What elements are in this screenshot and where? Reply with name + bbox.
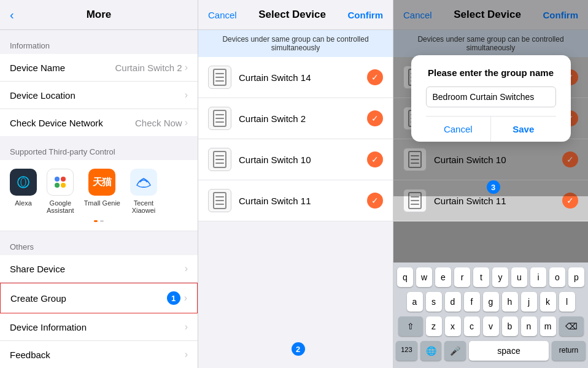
check-4: ✓ — [367, 193, 383, 209]
device-info-item[interactable]: Device Information › — [0, 313, 198, 341]
device-name-item[interactable]: Device Name Curtain Switch 2 › — [0, 54, 198, 82]
key-l[interactable]: l — [559, 292, 575, 312]
key-y[interactable]: y — [492, 267, 508, 287]
key-d[interactable]: d — [445, 292, 461, 312]
device-item-1[interactable]: Curtain Switch 14 ✓ — [198, 57, 393, 98]
section-info-label: Information — [0, 30, 198, 54]
alexa-item[interactable]: Alexa — [10, 169, 37, 214]
svg-point-3 — [61, 177, 66, 182]
feedback-item[interactable]: Feedback › — [0, 341, 198, 368]
key-return[interactable]: return — [552, 341, 586, 361]
check-network-value: Check Now › — [135, 117, 188, 128]
chevron-icon: › — [185, 62, 188, 73]
key-delete[interactable]: ⌫ — [559, 316, 584, 336]
back-icon[interactable]: ‹ — [10, 8, 14, 22]
google-assistant-item[interactable]: Google Assistant — [47, 169, 74, 214]
select-cancel-btn[interactable]: Cancel — [208, 10, 237, 20]
device-location-label: Device Location — [10, 90, 75, 101]
key-e[interactable]: e — [435, 267, 451, 287]
key-row-3: ⇧ z x c v b n m ⌫ — [396, 316, 586, 336]
device-location-item[interactable]: Device Location › — [0, 82, 198, 109]
check-network-label: Check Device Network — [10, 118, 103, 128]
panel-settings: ‹ More Information Device Name Curtain S… — [0, 0, 198, 368]
key-space[interactable]: space — [469, 341, 549, 361]
panel-select: Cancel Select Device Confirm Devices und… — [198, 0, 393, 368]
check-1: ✓ — [367, 69, 383, 85]
info-banner: Devices under same group can be controll… — [198, 30, 393, 57]
key-globe[interactable]: 🌐 — [420, 341, 442, 361]
tmall-icon: 天猫 — [88, 169, 115, 196]
key-f[interactable]: f — [464, 292, 480, 312]
create-group-chevron: › — [184, 293, 187, 304]
alexa-label: Alexa — [15, 199, 32, 207]
device-name-4: Curtain Switch 11 — [239, 196, 360, 206]
key-c[interactable]: c — [464, 316, 480, 336]
key-w[interactable]: w — [416, 267, 432, 287]
key-x[interactable]: x — [445, 316, 461, 336]
key-numbers[interactable]: 123 — [396, 341, 417, 361]
modal-actions: Cancel Save — [426, 116, 556, 142]
key-row-bottom: 123 🌐 🎤 space return — [396, 341, 586, 361]
device-item-3[interactable]: Curtain Switch 10 ✓ — [198, 139, 393, 180]
key-r[interactable]: r — [454, 267, 470, 287]
device-name-value: Curtain Switch 2 › — [115, 62, 188, 73]
device-name-1: Curtain Switch 14 — [239, 72, 360, 83]
device-location-chevron: › — [185, 90, 188, 101]
key-i[interactable]: i — [530, 267, 546, 287]
key-h[interactable]: h — [502, 292, 518, 312]
key-q[interactable]: q — [397, 267, 413, 287]
tmall-label: Tmall Genie — [84, 199, 120, 207]
key-m[interactable]: m — [540, 316, 556, 336]
check-network-item[interactable]: Check Device Network Check Now › — [0, 109, 198, 136]
device-icon-4 — [208, 189, 231, 212]
svg-point-0 — [18, 177, 29, 188]
key-row-2: a s d f g h j k l — [396, 292, 586, 312]
device-name-2: Curtain Switch 2 — [239, 113, 360, 124]
key-k[interactable]: k — [540, 292, 556, 312]
create-group-item[interactable]: Create Group 1 › — [0, 283, 198, 313]
key-g[interactable]: g — [483, 292, 499, 312]
key-p[interactable]: p — [568, 267, 584, 287]
modal-cancel-btn[interactable]: Cancel — [426, 117, 492, 142]
select-confirm-btn[interactable]: Confirm — [348, 10, 384, 20]
key-n[interactable]: n — [521, 316, 537, 336]
key-z[interactable]: z — [426, 316, 442, 336]
group-name-input[interactable] — [426, 86, 556, 107]
create-group-label: Create Group — [10, 293, 66, 304]
check-3: ✓ — [367, 151, 383, 167]
dot-active — [94, 220, 98, 222]
key-b[interactable]: b — [502, 316, 518, 336]
modal-box: Please enter the group name Cancel Save — [411, 55, 571, 142]
device-name-label: Device Name — [10, 63, 65, 73]
share-device-item[interactable]: Share Device › — [0, 255, 198, 283]
modal-title: Please enter the group name — [426, 67, 556, 78]
svg-point-2 — [55, 177, 60, 182]
tmall-item[interactable]: 天猫 Tmall Genie — [84, 169, 120, 214]
step3-badge: 3 — [487, 180, 500, 194]
device-list: Curtain Switch 14 ✓ Curtain Switch 2 ✓ C… — [198, 57, 393, 368]
key-shift[interactable]: ⇧ — [398, 316, 423, 336]
key-j[interactable]: j — [521, 292, 537, 312]
select-device-header: Cancel Select Device Confirm — [198, 0, 393, 30]
settings-header: ‹ More — [0, 0, 198, 30]
key-v[interactable]: v — [483, 316, 499, 336]
dialog-name-4: Curtain Switch 11 — [434, 196, 555, 206]
tecent-label: Tecent Xiaowei — [132, 199, 156, 214]
feedback-label: Feedback — [10, 350, 50, 360]
key-t[interactable]: t — [473, 267, 489, 287]
key-s[interactable]: s — [426, 292, 442, 312]
modal-overlay: Please enter the group name Cancel Save — [393, 0, 588, 196]
settings-title: More — [87, 9, 112, 21]
key-mic[interactable]: 🎤 — [444, 341, 466, 361]
modal-save-btn[interactable]: Save — [491, 117, 556, 142]
device-item-4[interactable]: Curtain Switch 11 ✓ — [198, 180, 393, 221]
device-name-3: Curtain Switch 10 — [239, 155, 360, 165]
key-row-1: q w e r t y u i o p — [396, 267, 586, 287]
others-list: Share Device › Create Group 1 › Device I… — [0, 255, 198, 368]
device-item-2[interactable]: Curtain Switch 2 ✓ — [198, 98, 393, 139]
key-a[interactable]: a — [407, 292, 423, 312]
key-o[interactable]: o — [549, 267, 565, 287]
key-u[interactable]: u — [511, 267, 527, 287]
tecent-item[interactable]: Tecent Xiaowei — [130, 169, 157, 214]
device-icon-1 — [208, 66, 231, 89]
